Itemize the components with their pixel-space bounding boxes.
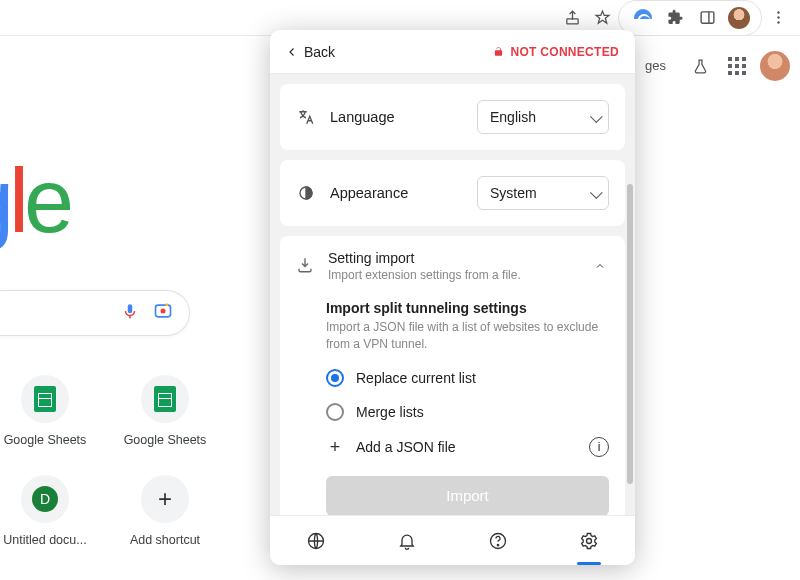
sheets-icon	[154, 386, 176, 412]
radio-merge[interactable]: Merge lists	[326, 403, 609, 421]
scrollbar-track[interactable]	[627, 74, 633, 484]
help-icon	[488, 531, 508, 551]
radio-icon	[326, 403, 344, 421]
radio-replace[interactable]: Replace current list	[326, 369, 609, 387]
star-icon[interactable]	[588, 4, 616, 32]
import-button[interactable]: Import	[326, 476, 609, 515]
sidepanel-icon[interactable]	[693, 4, 721, 32]
svg-point-3	[777, 11, 779, 13]
language-setting: Language English	[280, 84, 625, 150]
shortcut-add[interactable]: + Add shortcut	[120, 475, 210, 547]
appearance-label: Appearance	[330, 185, 426, 201]
globe-icon	[306, 531, 326, 551]
bell-icon	[397, 531, 417, 551]
connection-status: NOT CONNECTED	[493, 45, 619, 59]
docs-icon: D	[32, 486, 58, 512]
tab-help[interactable]	[478, 521, 518, 561]
appearance-setting: Appearance System	[280, 160, 625, 226]
sheets-icon	[34, 386, 56, 412]
menu-dots-icon[interactable]	[764, 4, 792, 32]
apps-grid-icon[interactable]	[728, 57, 746, 75]
import-subtitle: Import extension settings from a file.	[328, 268, 577, 282]
radio-merge-label: Merge lists	[356, 404, 424, 420]
profile-avatar-icon[interactable]	[725, 4, 753, 32]
extension-panel: Back NOT CONNECTED Language English Appe…	[270, 30, 635, 565]
svg-rect-8	[166, 304, 169, 307]
tab-notifications[interactable]	[387, 521, 427, 561]
language-select[interactable]: English	[477, 100, 609, 134]
chevron-up-icon	[591, 257, 609, 275]
shortcut-sheets-2[interactable]: Google Sheets	[120, 375, 210, 447]
shortcut-sheets-1[interactable]: Google Sheets	[0, 375, 90, 447]
radio-icon	[326, 369, 344, 387]
svg-point-4	[777, 16, 779, 18]
shortcut-label: Google Sheets	[4, 433, 87, 447]
import-section-desc: Import a JSON file with a list of websit…	[326, 319, 609, 353]
nordvpn-extension-icon[interactable]	[629, 4, 657, 32]
account-avatar-icon[interactable]	[760, 51, 790, 81]
translate-icon	[296, 108, 316, 126]
import-title: Setting import	[328, 250, 577, 266]
language-label: Language	[330, 109, 426, 125]
shortcut-label: Google Sheets	[124, 433, 207, 447]
lock-open-icon	[493, 45, 504, 58]
lens-search-icon[interactable]	[153, 301, 173, 325]
svg-point-12	[497, 544, 498, 545]
plus-icon: +	[326, 437, 344, 458]
shortcut-label: Untitled docu...	[3, 533, 86, 547]
svg-rect-1	[701, 12, 714, 23]
appearance-value: System	[490, 185, 537, 201]
partial-tab-text: ges	[645, 58, 666, 73]
contrast-icon	[296, 184, 316, 202]
share-icon[interactable]	[558, 4, 586, 32]
search-bar-fragment[interactable]	[0, 290, 190, 336]
labs-icon[interactable]	[686, 52, 714, 80]
svg-point-5	[777, 21, 779, 23]
tab-settings[interactable]	[569, 521, 609, 561]
language-value: English	[490, 109, 536, 125]
google-logo-fragment: gle	[0, 150, 69, 253]
extensions-icon[interactable]	[661, 4, 689, 32]
add-json-file[interactable]: + Add a JSON file i	[326, 437, 609, 458]
back-label: Back	[304, 44, 335, 60]
tab-globe[interactable]	[296, 521, 336, 561]
status-label: NOT CONNECTED	[510, 45, 619, 59]
setting-import-section: Setting import Import extension settings…	[280, 236, 625, 515]
gear-icon	[579, 531, 599, 551]
svg-point-13	[587, 538, 592, 543]
appearance-select[interactable]: System	[477, 176, 609, 210]
shortcut-docs[interactable]: D Untitled docu...	[0, 475, 90, 547]
import-section-title: Import split tunneling settings	[326, 300, 609, 316]
plus-icon: +	[158, 485, 172, 513]
scrollbar-thumb[interactable]	[627, 184, 633, 484]
shortcut-label: Add shortcut	[130, 533, 200, 547]
panel-header: Back NOT CONNECTED	[270, 30, 635, 74]
radio-replace-label: Replace current list	[356, 370, 476, 386]
shortcuts-row-2: D Untitled docu... + Add shortcut	[0, 475, 210, 547]
back-button[interactable]: Back	[280, 40, 341, 64]
add-file-label: Add a JSON file	[356, 439, 456, 455]
info-icon[interactable]: i	[589, 437, 609, 457]
voice-search-icon[interactable]	[121, 300, 139, 326]
extension-pill	[618, 0, 762, 36]
shortcuts-row: Google Sheets Google Sheets	[0, 375, 210, 447]
page-header-icons	[686, 48, 790, 84]
import-icon	[296, 256, 314, 277]
panel-footer	[270, 515, 635, 565]
import-body: Import split tunneling settings Import a…	[326, 300, 609, 515]
panel-body: Language English Appearance System Setti…	[270, 74, 635, 515]
setting-import-toggle[interactable]: Setting import Import extension settings…	[296, 250, 609, 282]
svg-rect-0	[566, 19, 577, 24]
svg-point-7	[161, 309, 166, 314]
